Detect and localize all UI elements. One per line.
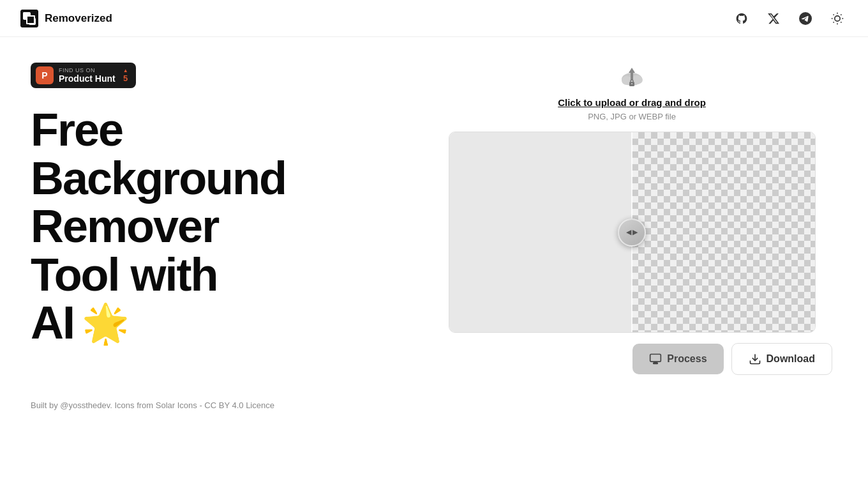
x-twitter-link[interactable] xyxy=(763,8,784,29)
download-icon xyxy=(749,353,761,365)
github-icon xyxy=(735,12,748,25)
svg-rect-15 xyxy=(631,72,633,80)
process-button-label: Process xyxy=(667,353,707,365)
svg-line-6 xyxy=(834,14,834,15)
preview-removed-bg xyxy=(632,132,815,332)
ph-text-block: FIND US ON Product Hunt xyxy=(59,67,116,84)
download-button[interactable]: Download xyxy=(731,343,832,375)
ph-score: ▲ 5 xyxy=(123,68,128,83)
slider-handle[interactable]: ◀ ▶ xyxy=(618,218,646,247)
process-button[interactable]: Process xyxy=(632,344,723,374)
github-link[interactable] xyxy=(731,8,752,29)
upload-or-text: or drag and drop xyxy=(627,97,706,108)
left-arrow-icon: ◀ xyxy=(626,228,631,236)
svg-rect-0 xyxy=(20,10,38,27)
svg-line-10 xyxy=(834,22,834,22)
svg-line-7 xyxy=(841,22,841,22)
upload-text: Click to upload or drag and drop xyxy=(558,97,706,108)
svg-rect-2 xyxy=(29,18,36,25)
svg-line-11 xyxy=(841,14,841,15)
preview-original xyxy=(449,132,632,332)
sparkle-emoji: 🌟 xyxy=(82,303,128,344)
ph-name-label: Product Hunt xyxy=(59,73,116,84)
upload-area-top: Click to upload or drag and drop PNG, JP… xyxy=(558,63,706,121)
hero-line2: Background xyxy=(31,153,286,204)
telegram-link[interactable] xyxy=(795,8,816,29)
ph-triangle-icon: ▲ xyxy=(123,68,128,73)
telegram-icon xyxy=(799,12,812,25)
product-hunt-badge[interactable]: P FIND US ON Product Hunt ▲ 5 xyxy=(31,63,136,88)
download-button-label: Download xyxy=(767,353,815,365)
footer-text: Built by @yossthedev. Icons from Solar I… xyxy=(31,400,274,410)
slider-arrows: ◀ ▶ xyxy=(626,228,638,236)
hero-line1: Free xyxy=(31,104,123,155)
hero-title: Free Background Remover Tool with AI 🌟 xyxy=(31,106,401,347)
svg-rect-1 xyxy=(23,12,30,19)
logo-text: Removerized xyxy=(45,12,112,25)
upload-icon xyxy=(617,63,647,92)
action-buttons: Process Download xyxy=(632,343,832,375)
logo[interactable]: Removerized xyxy=(20,10,112,27)
ph-find-us-label: FIND US ON xyxy=(59,67,116,73)
logo-icon xyxy=(20,10,38,27)
hero-line4: Tool with xyxy=(31,249,218,300)
right-panel: Click to upload or drag and drop PNG, JP… xyxy=(426,63,837,375)
click-to-upload-link[interactable]: Click to upload xyxy=(558,97,627,108)
ph-score-number: 5 xyxy=(123,73,128,83)
right-arrow-icon: ▶ xyxy=(632,228,638,236)
header-icons xyxy=(731,8,848,29)
image-preview[interactable]: ◀ ▶ xyxy=(449,132,816,333)
hero-line3: Remover xyxy=(31,201,218,252)
svg-rect-20 xyxy=(650,355,661,362)
svg-rect-19 xyxy=(632,83,632,84)
ph-logo: P xyxy=(36,66,54,84)
svg-point-3 xyxy=(835,15,840,20)
left-panel: P FIND US ON Product Hunt ▲ 5 Free Backg… xyxy=(31,63,401,347)
upload-formats: PNG, JPG or WEBP file xyxy=(588,112,676,121)
theme-toggle-icon xyxy=(831,12,844,25)
x-twitter-icon xyxy=(767,12,780,25)
footer: Built by @yossthedev. Icons from Solar I… xyxy=(0,388,868,423)
theme-toggle-button[interactable] xyxy=(827,8,848,29)
svg-rect-21 xyxy=(654,363,658,364)
svg-marker-16 xyxy=(629,68,635,73)
process-icon xyxy=(649,353,662,365)
hero-line5: AI xyxy=(31,299,74,347)
